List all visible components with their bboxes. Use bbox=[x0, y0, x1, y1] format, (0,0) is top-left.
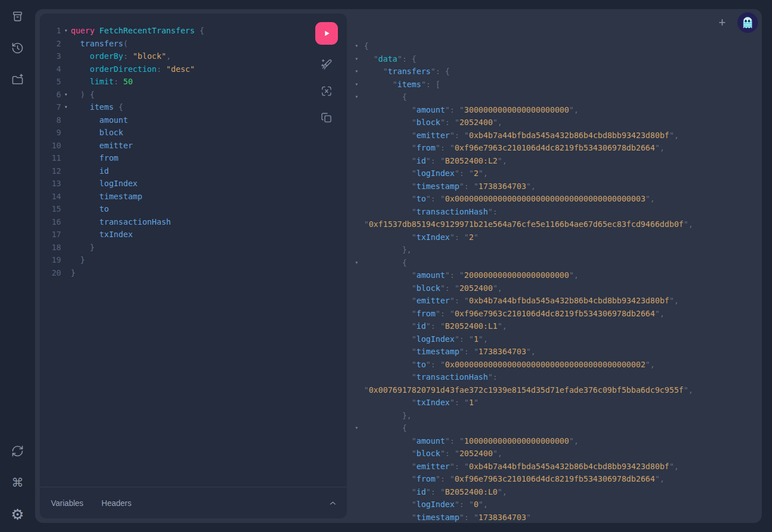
line-number: 14 bbox=[50, 190, 61, 203]
response-line: "logIndex": "2", bbox=[355, 167, 755, 180]
response-line: ▾ "data": { bbox=[355, 53, 755, 66]
response-line: "amount": "2000000000000000000000", bbox=[355, 269, 755, 282]
response-line: }, bbox=[355, 243, 755, 256]
fold-gutter bbox=[61, 267, 71, 280]
response-line: "emitter": "0xb4b7a44bfbda545a432b86b4cb… bbox=[355, 129, 755, 142]
line-number: 17 bbox=[50, 228, 61, 241]
fold-gutter bbox=[61, 139, 71, 152]
line-number: 11 bbox=[50, 152, 61, 165]
editor-line[interactable]: 9 block bbox=[40, 126, 347, 139]
response-line: "block": "2052400", bbox=[355, 116, 755, 129]
fold-gutter bbox=[355, 243, 364, 256]
fold-arrow-icon[interactable]: ▾ bbox=[355, 91, 364, 104]
fold-gutter bbox=[355, 307, 364, 320]
copy-query-button[interactable] bbox=[320, 111, 333, 125]
editor-line[interactable]: 5 limit: 50 bbox=[40, 75, 347, 88]
editor-line[interactable]: 16 transactionHash bbox=[40, 216, 347, 229]
response-line: "from": "0xf96e7963c210106d4dc8219fb5343… bbox=[355, 141, 755, 155]
fold-arrow-icon[interactable]: ▾ bbox=[355, 78, 364, 91]
editor-line[interactable]: 6▾ ) { bbox=[40, 88, 347, 101]
fold-gutter bbox=[61, 228, 71, 241]
tab-headers[interactable]: Headers bbox=[101, 499, 131, 508]
collapse-tools-button[interactable] bbox=[328, 498, 338, 508]
editor-line[interactable]: 19 } bbox=[40, 254, 347, 267]
line-number: 5 bbox=[50, 75, 61, 88]
fold-arrow-icon[interactable]: ▾ bbox=[355, 65, 364, 78]
editor-line[interactable]: 13 logIndex bbox=[40, 177, 347, 190]
ponder-logo-avatar[interactable] bbox=[737, 12, 758, 33]
fold-arrow-icon[interactable]: ▾ bbox=[61, 101, 71, 114]
line-number: 16 bbox=[50, 216, 61, 229]
command-icon: ⌘ bbox=[12, 476, 24, 490]
fold-gutter bbox=[61, 241, 71, 254]
fold-gutter bbox=[355, 333, 364, 346]
editor-line[interactable]: 18 } bbox=[40, 241, 347, 254]
response-line: ▾{ bbox=[355, 40, 755, 53]
response-line: "txIndex": "1" bbox=[355, 396, 755, 409]
line-number: 15 bbox=[50, 203, 61, 216]
folder-plus-icon bbox=[11, 73, 24, 87]
editor-line[interactable]: 11 from bbox=[40, 152, 347, 165]
fold-gutter bbox=[355, 205, 364, 231]
line-number: 8 bbox=[50, 114, 61, 127]
line-number: 9 bbox=[50, 126, 61, 139]
add-tab-button[interactable]: + bbox=[715, 15, 730, 30]
settings-button[interactable]: ⚙ bbox=[7, 504, 28, 525]
keyboard-shortcuts-button[interactable]: ⌘ bbox=[7, 473, 28, 493]
response-line: ▾ { bbox=[355, 256, 755, 269]
fold-gutter bbox=[355, 409, 364, 422]
merge-fragments-button[interactable] bbox=[320, 84, 333, 98]
history-button[interactable] bbox=[7, 38, 28, 58]
line-number: 10 bbox=[50, 139, 61, 152]
fold-arrow-icon[interactable]: ▾ bbox=[61, 24, 71, 37]
line-number: 20 bbox=[50, 267, 61, 280]
query-editor-panel: 1▾query FetchRecentTransfers {2 transfer… bbox=[40, 14, 347, 518]
prettify-button[interactable] bbox=[320, 58, 333, 71]
editor-line[interactable]: 8 amount bbox=[40, 114, 347, 127]
fold-arrow-icon[interactable]: ▾ bbox=[61, 88, 71, 101]
editor-line[interactable]: 12 id bbox=[40, 165, 347, 178]
sidebar: ⌘ ⚙ bbox=[0, 0, 35, 532]
fold-arrow-icon[interactable]: ▾ bbox=[355, 40, 364, 53]
editor-line[interactable]: 2 transfers( bbox=[40, 37, 347, 50]
editor-line[interactable]: 3 orderBy: "block", bbox=[40, 50, 347, 63]
editor-line[interactable]: 15 to bbox=[40, 203, 347, 216]
play-icon bbox=[320, 27, 333, 40]
editor-line[interactable]: 1▾query FetchRecentTransfers { bbox=[40, 24, 347, 37]
execute-query-button[interactable] bbox=[315, 22, 338, 45]
fold-gutter bbox=[355, 104, 364, 117]
fold-arrow-icon[interactable]: ▾ bbox=[355, 53, 364, 66]
fold-gutter bbox=[355, 231, 364, 244]
fold-gutter bbox=[355, 129, 364, 142]
refresh-schema-button[interactable] bbox=[7, 441, 28, 461]
editor-line[interactable]: 20} bbox=[40, 267, 347, 280]
query-editor[interactable]: 1▾query FetchRecentTransfers {2 transfer… bbox=[40, 14, 347, 487]
docs-button[interactable] bbox=[7, 6, 28, 27]
line-number: 2 bbox=[50, 37, 61, 50]
editor-line[interactable]: 7▾ items { bbox=[40, 101, 347, 114]
fold-gutter bbox=[355, 460, 364, 473]
response-line: ▾ { bbox=[355, 91, 755, 104]
workspaces-button[interactable] bbox=[7, 70, 28, 90]
editor-footer: Variables Headers bbox=[40, 487, 347, 518]
line-number: 19 bbox=[50, 254, 61, 267]
fold-gutter bbox=[61, 165, 71, 178]
response-line: "id": "B2052400:L1", bbox=[355, 320, 755, 333]
fold-gutter bbox=[355, 473, 364, 486]
response-viewer: ▾{▾ "data": {▾ "transfers": {▾ "items": … bbox=[355, 40, 755, 523]
fold-arrow-icon[interactable]: ▾ bbox=[355, 256, 364, 269]
fold-gutter bbox=[355, 282, 364, 295]
ghost-logo-icon bbox=[737, 12, 758, 33]
editor-line[interactable]: 17 txIndex bbox=[40, 228, 347, 241]
response-line: "from": "0xf96e7963c210106d4dc8219fb5343… bbox=[355, 473, 755, 486]
fold-gutter bbox=[355, 396, 364, 409]
tab-variables[interactable]: Variables bbox=[51, 499, 83, 508]
fold-arrow-icon[interactable]: ▾ bbox=[355, 422, 364, 435]
fold-gutter bbox=[355, 269, 364, 282]
fold-gutter bbox=[61, 216, 71, 229]
docs-icon bbox=[11, 10, 24, 23]
editor-line[interactable]: 4 orderDirection: "desc" bbox=[40, 63, 347, 76]
editor-line[interactable]: 10 emitter bbox=[40, 139, 347, 152]
sidebar-bottom-group: ⌘ ⚙ bbox=[7, 441, 28, 525]
editor-line[interactable]: 14 timestamp bbox=[40, 190, 347, 203]
